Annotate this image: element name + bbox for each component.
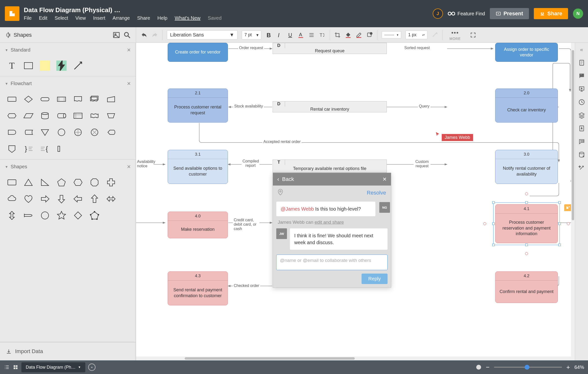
- doc-title[interactable]: Data Flow Diagram (Physical) …: [24, 6, 433, 14]
- shape-connector[interactable]: [56, 127, 67, 138]
- shape-fill-icon[interactable]: [367, 32, 373, 38]
- align-icon[interactable]: [308, 32, 315, 38]
- node-4-1[interactable]: 4.1Process customer reservation and paym…: [495, 204, 558, 243]
- section-shapes[interactable]: ▼Shapes×: [0, 160, 136, 174]
- section-standard[interactable]: ▼Standard×: [0, 43, 136, 57]
- shape-bolt[interactable]: [56, 60, 67, 71]
- reply-button[interactable]: Reply: [362, 274, 388, 284]
- user-avatar-n[interactable]: N: [573, 9, 583, 19]
- shape-note[interactable]: [39, 60, 51, 71]
- node-3-0[interactable]: 3.0Notify rental customer of availabilit…: [495, 150, 558, 184]
- text-format-icon[interactable]: T: [319, 32, 325, 38]
- shape-data[interactable]: [23, 110, 34, 121]
- menu-help[interactable]: Help: [158, 15, 168, 21]
- shape-direct[interactable]: [56, 110, 67, 121]
- chat-icon[interactable]: ": [578, 72, 585, 79]
- shape-star[interactable]: [56, 210, 67, 221]
- node-request-queue[interactable]: DRequest queue: [273, 43, 387, 54]
- layers-icon[interactable]: [578, 112, 585, 119]
- magic-icon[interactable]: [578, 164, 585, 171]
- close-icon[interactable]: ×: [383, 175, 387, 183]
- shape-predef[interactable]: [56, 94, 67, 105]
- pin-icon[interactable]: [278, 189, 283, 197]
- import-data[interactable]: Import Data: [0, 342, 136, 360]
- notes-icon[interactable]: [578, 59, 585, 66]
- shape-arrow-ud[interactable]: [6, 210, 18, 221]
- close-icon[interactable]: ×: [127, 46, 131, 54]
- shape-text[interactable]: T: [6, 60, 18, 71]
- shape-right-tri[interactable]: [39, 177, 51, 188]
- shape-pentagon[interactable]: [56, 177, 67, 188]
- shape-sum[interactable]: [89, 127, 100, 138]
- resolve-button[interactable]: Resolve: [367, 190, 386, 196]
- shape-rect[interactable]: [23, 60, 34, 71]
- list-view-icon[interactable]: [4, 364, 10, 370]
- section-flowchart[interactable]: ▼Flowchart×: [0, 76, 136, 91]
- node-temp-file[interactable]: TTemporary available rental options file: [273, 160, 387, 173]
- menu-edit[interactable]: Edit: [39, 15, 47, 21]
- text-color-icon[interactable]: A: [298, 32, 304, 38]
- app-logo[interactable]: [5, 6, 20, 21]
- shape-preparation[interactable]: [6, 110, 18, 121]
- underline-icon[interactable]: U: [287, 32, 293, 38]
- shape-manual-op[interactable]: [105, 110, 117, 121]
- shape-cloud[interactable]: [6, 193, 18, 205]
- page-tab[interactable]: Data Flow Diagram (Ph…▼: [21, 362, 85, 372]
- fullscreen-icon[interactable]: [470, 32, 476, 38]
- zoom-level[interactable]: 64%: [574, 364, 584, 370]
- line-width-select[interactable]: 1 px▴▾: [406, 31, 427, 39]
- menu-select[interactable]: Select: [55, 15, 68, 21]
- crop-icon[interactable]: [334, 32, 341, 38]
- back-icon[interactable]: ‹: [277, 176, 279, 183]
- canvas[interactable]: Create order for vendor DRequest queue A…: [136, 43, 575, 360]
- shape-process[interactable]: [6, 94, 18, 105]
- border-color-icon[interactable]: [356, 32, 362, 38]
- node-4-2[interactable]: 4.2Confirm rental and payment: [495, 271, 558, 303]
- comment-input[interactable]: @name or @email to collaborate with othe…: [276, 255, 388, 270]
- shape-diamond[interactable]: [73, 210, 84, 221]
- collapse-icon[interactable]: «: [580, 47, 583, 53]
- shape-hexagon[interactable]: [73, 177, 84, 188]
- data-icon[interactable]: [578, 151, 585, 158]
- search-icon[interactable]: [123, 31, 131, 39]
- shape-arrow-u[interactable]: [89, 193, 100, 205]
- bold-icon[interactable]: B: [266, 32, 272, 38]
- node-4-0[interactable]: 4.0Make reservation: [168, 211, 228, 238]
- italic-icon[interactable]: I: [276, 32, 283, 38]
- menu-share[interactable]: Share: [137, 15, 150, 21]
- shape-tape[interactable]: [89, 110, 100, 121]
- shape-decision[interactable]: [23, 94, 34, 105]
- shape-brace-right[interactable]: {: [39, 143, 51, 154]
- image-icon[interactable]: [113, 31, 120, 39]
- shape-cross[interactable]: [105, 177, 117, 188]
- comments-icon[interactable]: [578, 138, 585, 145]
- presentation-icon[interactable]: [578, 86, 585, 92]
- shape-arrow[interactable]: [73, 60, 84, 71]
- share-button[interactable]: Share: [534, 8, 568, 19]
- shape-display[interactable]: [105, 127, 117, 138]
- node-create-order[interactable]: Create order for vendor: [168, 43, 228, 62]
- history-icon[interactable]: [578, 99, 585, 106]
- redo-icon[interactable]: [152, 32, 158, 38]
- collaborator-avatar-j[interactable]: J: [433, 9, 443, 19]
- node-rental-inv[interactable]: DRental car inventory: [273, 101, 387, 112]
- node-2-1[interactable]: 2.1Process customer rental request: [168, 88, 228, 122]
- zoom-reset-icon[interactable]: [476, 364, 482, 370]
- shape-merge[interactable]: [39, 127, 51, 138]
- zoom-in[interactable]: +: [566, 363, 570, 371]
- menu-view[interactable]: View: [75, 15, 86, 21]
- theme-icon[interactable]: [578, 125, 585, 132]
- shape-document[interactable]: [73, 94, 84, 105]
- close-icon[interactable]: ×: [127, 163, 131, 170]
- shape-rect2[interactable]: [6, 177, 18, 188]
- close-icon[interactable]: ×: [127, 80, 131, 87]
- menu-insert[interactable]: Insert: [93, 15, 105, 21]
- font-select[interactable]: Liberation Sans▼: [167, 30, 237, 39]
- shape-octagon[interactable]: [89, 177, 100, 188]
- shape-arrow-d[interactable]: [56, 193, 67, 205]
- zoom-out[interactable]: −: [486, 363, 490, 371]
- shape-database[interactable]: [39, 110, 51, 121]
- shape-arrow-lr[interactable]: [105, 193, 117, 205]
- shape-polygon-edit[interactable]: [89, 210, 100, 221]
- shape-card[interactable]: [56, 143, 67, 154]
